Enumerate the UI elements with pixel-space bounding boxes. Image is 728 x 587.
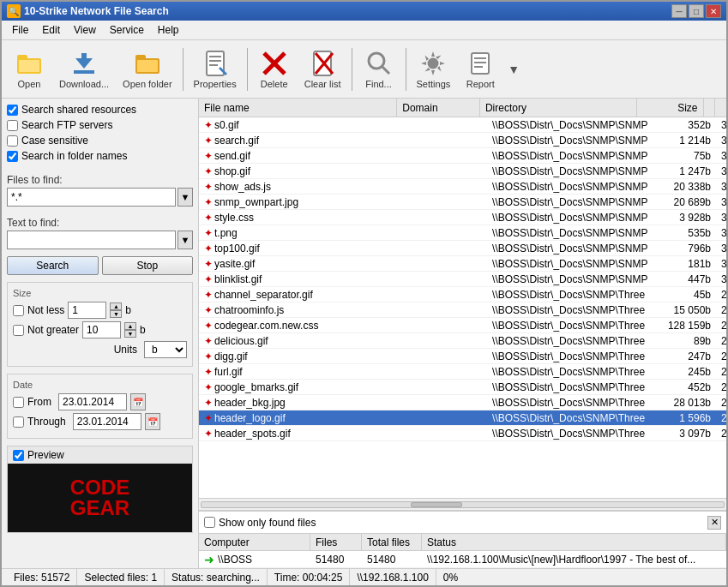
units-select[interactable]: b Kb Mb xyxy=(144,341,187,358)
file-icon: ✦ xyxy=(204,366,213,378)
file-icon: ✦ xyxy=(204,397,213,409)
table-row[interactable]: ✦search.gif \\BOSS\Distr\_Docs\SNMP\SNMP… xyxy=(199,133,726,148)
files-to-find-dropdown[interactable]: ▼ xyxy=(177,188,193,207)
file-list-header: File name Domain Directory Size xyxy=(199,99,726,117)
menu-file[interactable]: File xyxy=(5,22,35,38)
bottom-close-button[interactable]: ✕ xyxy=(707,516,721,530)
menu-service[interactable]: Service xyxy=(103,22,151,38)
table-row[interactable]: ✦delicious.gif \\BOSS\Distr\_Docs\SNMP\T… xyxy=(199,333,726,349)
not-greater-up[interactable]: ▲ xyxy=(124,322,136,330)
col-header-name[interactable]: File name xyxy=(199,99,397,117)
clear-list-icon xyxy=(309,50,336,77)
properties-button[interactable]: Properties xyxy=(188,45,243,93)
result-row[interactable]: ➜\\BOSS 51480 51480 \\192.168.1.100\Musi… xyxy=(199,551,726,568)
text-to-find-dropdown[interactable]: ▼ xyxy=(177,231,193,249)
table-row[interactable]: ✦top100.gif \\BOSS\Distr\_Docs\SNMP\SNMP… xyxy=(199,241,726,256)
table-row[interactable]: ✦codegear.com.new.css \\BOSS\Distr\_Docs… xyxy=(199,318,726,333)
report-button[interactable]: Report xyxy=(458,45,502,93)
not-less-checkbox[interactable] xyxy=(13,305,24,316)
menu-help[interactable]: Help xyxy=(151,22,186,38)
res-col-files[interactable]: Files xyxy=(310,534,362,550)
through-input[interactable] xyxy=(73,413,141,430)
search-button[interactable]: Search xyxy=(7,256,99,275)
table-row[interactable]: ✦header_logo.gif \\BOSS\Distr\_Docs\SNMP… xyxy=(199,410,726,426)
delete-button[interactable]: Delete xyxy=(252,45,297,93)
files-to-find-label: Files to find: xyxy=(7,174,193,186)
from-checkbox[interactable] xyxy=(13,397,24,408)
col-header-dir[interactable]: Directory xyxy=(480,99,637,117)
size-section: Size Not less ▲ ▼ b Not greater xyxy=(7,282,193,367)
clear-list-button[interactable]: Clear list xyxy=(298,45,347,93)
horizontal-scrollbar[interactable] xyxy=(199,498,726,510)
preview-area: CODEGEAR xyxy=(8,464,192,532)
open-folder-button[interactable]: Open folder xyxy=(117,45,177,93)
files-to-find-input[interactable] xyxy=(7,188,176,207)
res-col-computer[interactable]: Computer xyxy=(199,534,310,550)
svg-rect-10 xyxy=(209,56,221,57)
table-row[interactable]: ✦send.gif \\BOSS\Distr\_Docs\SNMP\SNMP .… xyxy=(199,148,726,164)
file-icon: ✦ xyxy=(204,135,213,147)
not-less-down[interactable]: ▼ xyxy=(110,310,122,318)
text-to-find-input[interactable] xyxy=(7,231,176,249)
stop-button[interactable]: Stop xyxy=(102,256,194,275)
search-shared-checkbox[interactable] xyxy=(7,105,18,116)
table-row[interactable]: ✦shop.gif \\BOSS\Distr\_Docs\SNMP\SNMP .… xyxy=(199,164,726,179)
svg-rect-4 xyxy=(81,53,87,62)
search-folder-checkbox[interactable] xyxy=(7,151,18,162)
table-row[interactable]: ✦t.png \\BOSS\Distr\_Docs\SNMP\SNMP ... … xyxy=(199,225,726,241)
search-shared-row: Search shared resources xyxy=(7,104,193,116)
table-row[interactable]: ✦google_bmarks.gif \\BOSS\Distr\_Docs\SN… xyxy=(199,380,726,395)
maximize-button[interactable]: □ xyxy=(689,4,704,18)
table-row[interactable]: ✦s0.gif \\BOSS\Distr\_Docs\SNMP\SNMP ...… xyxy=(199,117,726,133)
preview-checkbox[interactable] xyxy=(13,450,24,461)
more-button[interactable]: ▼ xyxy=(504,51,523,87)
from-input[interactable] xyxy=(58,393,127,410)
not-less-input[interactable] xyxy=(68,302,106,319)
table-row[interactable]: ✦header_bkg.jpg \\BOSS\Distr\_Docs\SNMP\… xyxy=(199,395,726,410)
from-calendar-btn[interactable]: 📅 xyxy=(130,393,146,410)
search-ftp-checkbox[interactable] xyxy=(7,120,18,131)
res-col-total[interactable]: Total files xyxy=(362,534,422,550)
menu-edit[interactable]: Edit xyxy=(35,22,67,38)
minimize-button[interactable]: ─ xyxy=(671,4,687,18)
table-row[interactable]: ✦blinklist.gif \\BOSS\Distr\_Docs\SNMP\S… xyxy=(199,272,726,287)
open-icon xyxy=(15,50,43,77)
find-button[interactable]: Find... xyxy=(357,45,401,93)
table-row[interactable]: ✦channel_separator.gif \\BOSS\Distr\_Doc… xyxy=(199,287,726,302)
properties-label: Properties xyxy=(194,79,237,89)
table-row[interactable]: ✦chatroominfo.js \\BOSS\Distr\_Docs\SNMP… xyxy=(199,302,726,318)
preview-toggle[interactable]: Preview xyxy=(8,446,192,464)
not-less-unit: b xyxy=(125,304,131,316)
col-header-domain[interactable]: Domain xyxy=(397,99,480,117)
not-greater-input[interactable] xyxy=(82,321,121,338)
file-icon: ✦ xyxy=(204,227,213,239)
through-calendar-btn[interactable]: 📅 xyxy=(145,413,160,430)
case-sensitive-checkbox[interactable] xyxy=(7,135,18,147)
settings-button[interactable]: Settings xyxy=(411,45,457,93)
table-row[interactable]: ✦yasite.gif \\BOSS\Distr\_Docs\SNMP\SNMP… xyxy=(199,256,726,272)
table-row[interactable]: ✦snmp_ownpart.jpg \\BOSS\Distr\_Docs\SNM… xyxy=(199,195,726,210)
show-found-checkbox[interactable] xyxy=(204,517,215,528)
file-list[interactable]: ✦s0.gif \\BOSS\Distr\_Docs\SNMP\SNMP ...… xyxy=(199,117,726,498)
table-row[interactable]: ✦style.css \\BOSS\Distr\_Docs\SNMP\SNMP … xyxy=(199,210,726,225)
col-header-date[interactable] xyxy=(704,99,715,117)
col-header-size[interactable]: Size xyxy=(637,99,703,117)
not-greater-checkbox[interactable] xyxy=(13,325,24,336)
table-row[interactable]: ✦furl.gif \\BOSS\Distr\_Docs\SNMP\Three … xyxy=(199,364,726,380)
not-greater-down[interactable]: ▼ xyxy=(124,330,136,338)
res-col-status[interactable]: Status xyxy=(422,534,726,550)
window-controls: ─ □ ✕ xyxy=(671,4,721,18)
table-row[interactable]: ✦show_ads.js \\BOSS\Distr\_Docs\SNMP\SNM… xyxy=(199,179,726,195)
scroll-track[interactable] xyxy=(201,501,725,508)
file-icon: ✦ xyxy=(204,289,213,301)
open-button[interactable]: Open xyxy=(7,45,51,93)
table-row[interactable]: ✦digg.gif \\BOSS\Distr\_Docs\SNMP\Three … xyxy=(199,349,726,364)
close-button[interactable]: ✕ xyxy=(706,4,721,18)
scroll-spacer xyxy=(715,99,726,117)
scroll-thumb[interactable] xyxy=(411,502,462,507)
download-button[interactable]: Download... xyxy=(53,45,115,93)
menu-view[interactable]: View xyxy=(67,22,103,38)
table-row[interactable]: ✦header_spots.gif \\BOSS\Distr\_Docs\SNM… xyxy=(199,426,726,441)
not-less-up[interactable]: ▲ xyxy=(110,302,122,310)
through-checkbox[interactable] xyxy=(13,416,24,428)
